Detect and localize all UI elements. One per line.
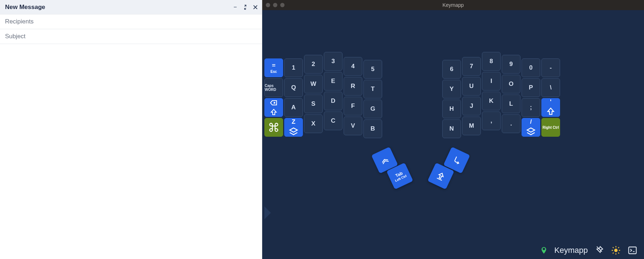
recipients-input[interactable] — [5, 18, 257, 25]
compose-body — [0, 44, 262, 259]
key-semicolon[interactable]: ; — [522, 98, 540, 117]
key-right-ctrl[interactable]: Right Ctrl — [541, 118, 560, 137]
key-6[interactable]: 6 — [442, 60, 461, 79]
key-e[interactable]: E — [324, 72, 343, 91]
compose-title: New Message — [5, 4, 45, 11]
pin-icon[interactable] — [594, 245, 604, 255]
key-m[interactable]: M — [462, 117, 481, 135]
key-t[interactable]: T — [363, 80, 382, 98]
key-k[interactable]: K — [482, 92, 501, 110]
key-c[interactable]: C — [324, 111, 343, 130]
key-9[interactable]: 9 — [502, 55, 520, 74]
key-o[interactable]: O — [502, 75, 520, 93]
keymapp-titlebar[interactable]: Keymapp — [262, 0, 644, 10]
key-3[interactable]: 3 — [324, 52, 343, 71]
key-l[interactable]: L — [502, 95, 520, 113]
subject-field-wrap — [0, 29, 262, 44]
popout-icon[interactable] — [242, 4, 248, 10]
key-q[interactable]: Q — [284, 78, 303, 97]
key-s[interactable]: S — [304, 95, 323, 113]
window-traffic-lights — [262, 3, 285, 7]
key-esc[interactable]: =Esc — [264, 58, 283, 77]
compose-window: New Message − — [0, 0, 262, 259]
minimize-icon[interactable]: − — [232, 4, 238, 10]
recipients-field-wrap — [0, 14, 262, 29]
expand-sidebar-icon[interactable] — [264, 206, 271, 219]
key-1[interactable]: 1 — [284, 58, 303, 77]
key-cmd[interactable] — [264, 118, 283, 137]
key-comma[interactable]: , — [482, 111, 501, 130]
compose-window-controls: − — [232, 4, 258, 10]
key-a[interactable]: A — [284, 98, 303, 117]
keymap-canvas: Tab Left Ctrl Keymapp — [262, 10, 644, 259]
key-g[interactable]: G — [363, 100, 382, 118]
svg-point-0 — [614, 249, 617, 252]
brightness-icon[interactable] — [611, 245, 621, 255]
keymapp-window: Keymapp Tab Left Ctrl Keymapp — [262, 0, 644, 259]
terminal-icon[interactable] — [627, 245, 638, 255]
key-minus[interactable]: - — [541, 58, 560, 77]
key-quote[interactable]: ' — [541, 98, 560, 117]
subject-input[interactable] — [5, 33, 257, 40]
key-i[interactable]: I — [482, 72, 501, 91]
key-z[interactable]: Z — [284, 118, 303, 137]
key-r[interactable]: R — [344, 77, 362, 96]
key-period[interactable]: . — [502, 114, 520, 133]
key-8[interactable]: 8 — [482, 52, 501, 71]
key-x[interactable]: X — [304, 114, 323, 133]
key-h[interactable]: H — [442, 100, 461, 118]
key-backslash[interactable]: \ — [541, 78, 560, 97]
key-u[interactable]: U — [462, 77, 481, 96]
key-b[interactable]: B — [363, 119, 382, 138]
window-max-dot[interactable] — [280, 3, 285, 7]
key-v[interactable]: V — [344, 117, 362, 135]
key-p[interactable]: P — [522, 78, 540, 97]
key-5[interactable]: 5 — [363, 60, 382, 79]
key-w[interactable]: W — [304, 75, 323, 93]
key-7[interactable]: 7 — [462, 57, 481, 76]
key-2[interactable]: 2 — [304, 55, 323, 74]
key-n[interactable]: N — [442, 119, 461, 138]
key-shift-bksp[interactable] — [264, 98, 283, 117]
key-y[interactable]: Y — [442, 80, 461, 98]
key-0[interactable]: 0 — [522, 58, 540, 77]
window-min-dot[interactable] — [273, 3, 277, 7]
key-slash[interactable]: / — [522, 118, 540, 137]
keymapp-footer-label: Keymapp — [554, 246, 588, 255]
key-caps-word[interactable]: Caps WORD — [264, 78, 283, 97]
svg-rect-1 — [629, 247, 636, 254]
key-f[interactable]: F — [344, 97, 362, 115]
compose-body-input[interactable] — [5, 49, 257, 254]
key-4[interactable]: 4 — [344, 57, 362, 76]
key-d[interactable]: D — [324, 92, 343, 110]
key-j[interactable]: J — [462, 97, 481, 115]
close-icon[interactable] — [252, 4, 258, 10]
keymapp-footer: Keymapp — [540, 245, 638, 255]
keymapp-title: Keymapp — [442, 2, 464, 8]
location-pin-icon[interactable] — [540, 245, 548, 255]
window-close-dot[interactable] — [266, 3, 270, 7]
compose-header: New Message − — [0, 0, 262, 14]
